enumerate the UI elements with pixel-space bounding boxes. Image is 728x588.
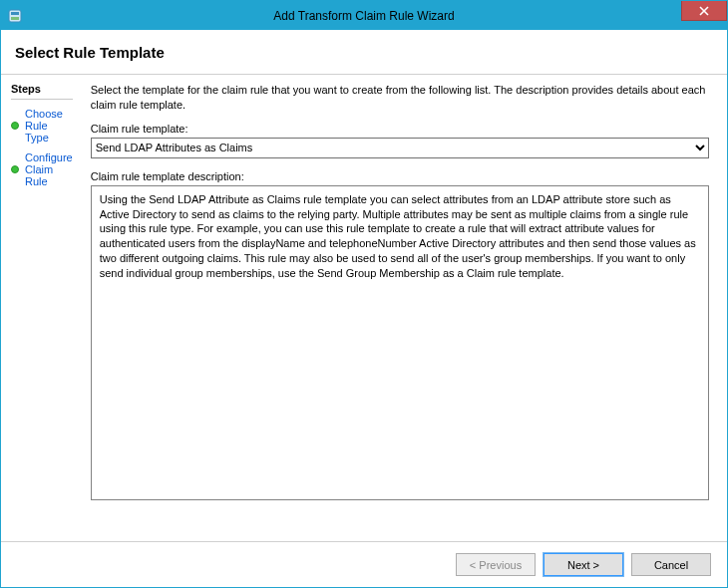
template-description: Using the Send LDAP Attribute as Claims … <box>91 185 709 500</box>
svg-rect-1 <box>11 12 19 15</box>
cancel-button[interactable]: Cancel <box>631 553 711 576</box>
step-bullet-icon <box>11 122 19 130</box>
step-choose-rule-type[interactable]: Choose Rule Type <box>11 104 73 147</box>
wizard-window: Add Transform Claim Rule Wizard Select R… <box>0 0 728 588</box>
close-button[interactable] <box>681 1 727 21</box>
intro-text: Select the template for the claim rule t… <box>91 83 709 113</box>
window-title: Add Transform Claim Rule Wizard <box>1 9 727 23</box>
svg-rect-0 <box>9 10 21 22</box>
template-label: Claim rule template: <box>91 123 709 135</box>
svg-rect-2 <box>11 17 19 20</box>
close-icon <box>699 6 709 16</box>
header: Select Rule Template <box>1 30 727 74</box>
step-label: Configure Claim Rule <box>25 151 73 187</box>
previous-button[interactable]: < Previous <box>456 553 536 576</box>
step-bullet-icon <box>11 165 19 173</box>
titlebar: Add Transform Claim Rule Wizard <box>1 1 727 30</box>
description-label: Claim rule template description: <box>91 170 709 182</box>
step-configure-claim-rule[interactable]: Configure Claim Rule <box>11 147 73 191</box>
claim-rule-template-select[interactable]: Send LDAP Attributes as Claims <box>91 138 709 158</box>
app-icon <box>7 8 23 24</box>
footer: < Previous Next > Cancel <box>1 541 727 587</box>
content-panel: Select the template for the claim rule t… <box>83 75 727 541</box>
page-title: Select Rule Template <box>15 44 713 61</box>
step-label: Choose Rule Type <box>25 108 73 144</box>
next-button[interactable]: Next > <box>544 553 623 576</box>
steps-title: Steps <box>11 81 73 100</box>
steps-panel: Steps Choose Rule Type Configure Claim R… <box>1 75 83 541</box>
body: Steps Choose Rule Type Configure Claim R… <box>1 74 727 541</box>
template-select-wrap: Send LDAP Attributes as Claims <box>91 138 709 158</box>
